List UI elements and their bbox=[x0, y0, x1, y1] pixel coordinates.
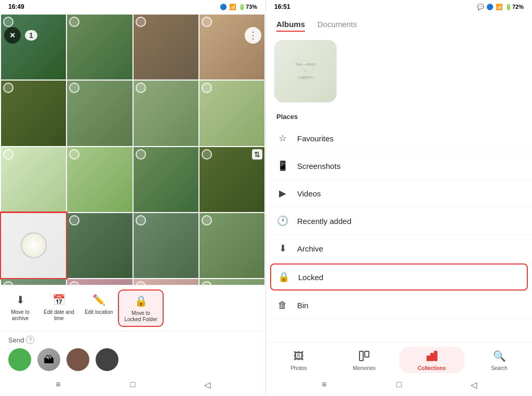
action-locked[interactable]: 🔒 Move toLocked Folder bbox=[118, 289, 163, 327]
photo-cell[interactable] bbox=[1, 81, 66, 146]
left-phone: 16:49 🔵 📶 🔋73% ✕ 1 ⋮ bbox=[0, 0, 266, 396]
archive-label: Move toarchive bbox=[11, 309, 30, 322]
bin-label: Bin bbox=[297, 301, 309, 310]
avatar-brown bbox=[66, 348, 89, 371]
hamburger-button-right[interactable]: ≡ bbox=[318, 378, 330, 391]
memories-icon bbox=[357, 349, 371, 363]
photo-cell[interactable] bbox=[134, 213, 198, 278]
menu-recently-added[interactable]: 🕐 Recently added bbox=[266, 207, 532, 235]
photo-cell[interactable] bbox=[1, 279, 66, 285]
lock-icon-right: 🔒 bbox=[277, 271, 290, 283]
bluetooth-icon-right: 🔵 bbox=[486, 4, 494, 10]
deselect-button[interactable]: ✕ bbox=[4, 27, 21, 44]
bin-icon: 🗑 bbox=[276, 299, 289, 311]
selection-bar: ✕ 1 bbox=[4, 27, 37, 44]
photo-cell[interactable] bbox=[200, 15, 264, 80]
avatar-item[interactable]: 🏔 bbox=[37, 348, 60, 371]
sys-nav-left: ≡ □ ◁ bbox=[0, 375, 265, 396]
photo-grid: ⇅ ✓ bbox=[0, 14, 265, 285]
nav-search[interactable]: 🔍 Search bbox=[467, 347, 532, 373]
star-icon: ☆ bbox=[276, 132, 289, 144]
clock-icon: 🕐 bbox=[276, 215, 289, 227]
menu-bin[interactable]: 🗑 Bin bbox=[266, 292, 532, 319]
action-archive[interactable]: ⬇ Move toarchive bbox=[2, 289, 38, 325]
photo-cell[interactable] bbox=[200, 213, 264, 278]
avatar-item[interactable] bbox=[66, 348, 89, 371]
battery-right: 🔋72% bbox=[505, 4, 524, 10]
svg-rect-1 bbox=[365, 351, 369, 357]
locked-label-right: Locked bbox=[298, 273, 323, 282]
play-icon: ▶ bbox=[276, 187, 289, 200]
photo-cell[interactable] bbox=[200, 279, 264, 285]
photo-cell-selected[interactable]: ✓ bbox=[1, 213, 66, 278]
photo-cell[interactable] bbox=[134, 279, 198, 285]
collections-icon bbox=[424, 349, 439, 363]
menu-favourites[interactable]: ☆ Favourites bbox=[266, 125, 532, 152]
tab-documents[interactable]: Documents bbox=[317, 20, 357, 32]
photo-cell[interactable] bbox=[134, 81, 198, 146]
photo-cell[interactable] bbox=[1, 147, 66, 212]
help-icon: ? bbox=[26, 336, 34, 344]
avatar-item[interactable] bbox=[8, 348, 31, 371]
wifi-icon-right: 📶 bbox=[496, 4, 503, 10]
avatar-item[interactable] bbox=[96, 348, 118, 371]
time-right: 16:51 bbox=[274, 3, 290, 10]
photo-cell[interactable] bbox=[67, 15, 132, 80]
menu-videos[interactable]: ▶ Videos bbox=[266, 180, 532, 207]
photo-cell[interactable] bbox=[200, 81, 264, 146]
svg-rect-0 bbox=[360, 351, 363, 361]
nav-photos[interactable]: 🖼 Photos bbox=[266, 347, 331, 373]
photo-cell[interactable] bbox=[134, 147, 198, 212]
action-location[interactable]: ✏️ Edit location bbox=[79, 289, 118, 319]
status-bar-right: 16:51 💬 🔵 📶 🔋72% bbox=[266, 0, 532, 14]
menu-archive[interactable]: ⬇ Archive bbox=[266, 235, 532, 262]
photo-cell[interactable] bbox=[67, 279, 132, 285]
photo-cell[interactable] bbox=[67, 213, 132, 278]
svg-rect-2 bbox=[427, 356, 430, 361]
photos-icon: 🖼 bbox=[291, 349, 306, 363]
wifi-icon: 📶 bbox=[229, 4, 236, 10]
search-icon: 🔍 bbox=[492, 349, 507, 363]
calendar-icon: 📅 bbox=[51, 293, 66, 307]
right-phone: 16:51 💬 🔵 📶 🔋72% Albums Documents Sul---… bbox=[266, 0, 532, 396]
photo-cell[interactable] bbox=[67, 147, 132, 212]
nav-collections[interactable]: Collections bbox=[399, 347, 464, 373]
home-button[interactable]: □ bbox=[126, 378, 139, 391]
status-icons-right: 💬 🔵 📶 🔋72% bbox=[477, 4, 524, 10]
screenshot-icon: 📱 bbox=[276, 160, 289, 172]
menu-list: ☆ Favourites 📱 Screenshots ▶ Videos 🕐 Re… bbox=[266, 123, 532, 342]
hamburger-button[interactable]: ≡ bbox=[52, 378, 64, 391]
avatar-mountain: 🏔 bbox=[37, 348, 60, 371]
status-bar-left: 16:49 🔵 📶 🔋73% bbox=[0, 0, 265, 14]
avatar-dark bbox=[96, 348, 118, 371]
album-thumbnail[interactable]: Sul---Amin ○ Lappion bbox=[274, 40, 337, 102]
location-icon: ✏️ bbox=[91, 293, 106, 307]
back-button-right[interactable]: ◁ bbox=[468, 378, 480, 391]
avatar-green bbox=[8, 348, 31, 371]
album-preview: Sul---Amin ○ Lappion bbox=[266, 36, 532, 109]
action-datetime[interactable]: 📅 Edit date andtime bbox=[38, 289, 79, 325]
back-button[interactable]: ◁ bbox=[201, 378, 214, 391]
photo-cell[interactable] bbox=[1, 15, 66, 80]
menu-screenshots[interactable]: 📱 Screenshots bbox=[266, 152, 532, 180]
bottom-nav-right: 🖼 Photos Memories Collections bbox=[266, 342, 532, 375]
status-icons-left: 🔵 📶 🔋73% bbox=[220, 4, 257, 10]
nav-memories[interactable]: Memories bbox=[331, 347, 397, 373]
collections-nav-label: Collections bbox=[418, 365, 446, 371]
sys-nav-right: ≡ □ ◁ bbox=[266, 375, 532, 396]
home-button-right[interactable]: □ bbox=[393, 378, 405, 391]
screenshots-label: Screenshots bbox=[297, 162, 340, 170]
photo-cell[interactable] bbox=[134, 15, 198, 80]
send-bar: Send ? 🏔 bbox=[0, 331, 265, 375]
menu-locked[interactable]: 🔒 Locked bbox=[270, 263, 528, 291]
library-header: Albums Documents bbox=[266, 14, 532, 36]
photo-cell[interactable]: ⇅ bbox=[200, 147, 264, 212]
tab-albums[interactable]: Albums bbox=[276, 20, 305, 32]
more-button[interactable]: ⋮ bbox=[245, 27, 261, 44]
send-avatars: 🏔 bbox=[8, 348, 257, 371]
selection-count: 1 bbox=[25, 30, 37, 41]
places-label: Places bbox=[266, 109, 532, 123]
memories-nav-label: Memories bbox=[353, 365, 376, 371]
archive-icon: ⬇ bbox=[13, 293, 28, 307]
photo-cell[interactable] bbox=[67, 81, 132, 146]
